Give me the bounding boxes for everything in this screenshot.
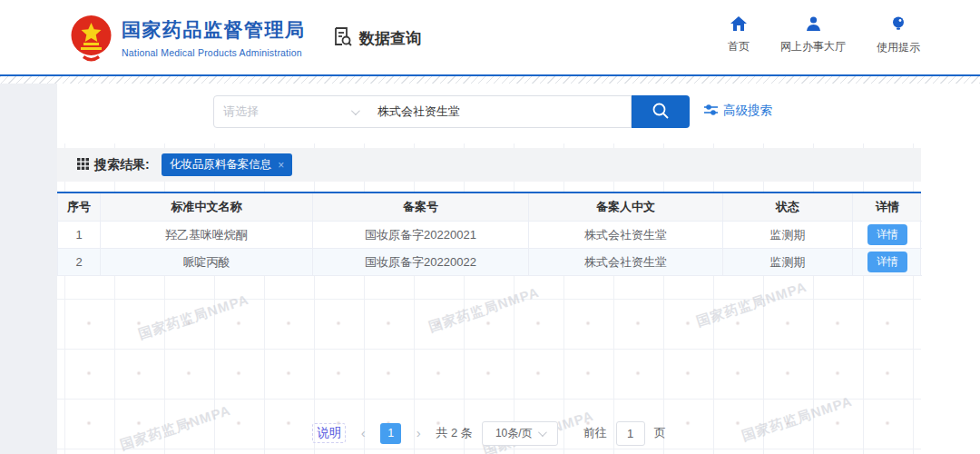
cell-name-zh: 哌啶丙酸: [101, 249, 313, 276]
nav-item-home[interactable]: 首页: [728, 16, 750, 55]
nav-item-service-hall[interactable]: 网上办事大厅: [780, 16, 846, 55]
column-header: 备案号: [313, 193, 529, 222]
advanced-search-link[interactable]: 高级搜索: [704, 103, 772, 119]
cell-registrant: 株式会社资生堂: [529, 222, 723, 249]
total-count-label: 共 2 条: [436, 425, 472, 441]
nav-item-tips[interactable]: 使用提示: [877, 16, 920, 55]
filter-chip-label: 化妆品原料备案信息: [170, 157, 272, 173]
search-button[interactable]: [632, 95, 690, 128]
next-page-arrow[interactable]: ›: [410, 423, 426, 443]
cell-index: 2: [58, 249, 101, 276]
goto-label: 前往: [583, 425, 607, 441]
home-icon: [730, 16, 747, 35]
column-header: 详情: [853, 193, 922, 222]
table-header-row: 序号 标准中文名称 备案号 备案人中文 状态 详情: [57, 193, 921, 222]
data-query-icon: [331, 25, 353, 51]
results-label: 搜索结果:: [94, 157, 150, 173]
left-gutter: [0, 84, 57, 454]
detail-button[interactable]: 详情: [867, 224, 907, 245]
filter-chip[interactable]: 化妆品原料备案信息 ×: [162, 153, 293, 176]
user-icon: [806, 16, 821, 35]
cell-record-no: 国妆原备字20220022: [313, 249, 529, 276]
pagination-bar: 说明 ‹ 1 › 共 2 条 10条/页 前往 页: [57, 420, 921, 446]
nav-item-label: 网上办事大厅: [780, 39, 846, 54]
nav-item-label: 首页: [728, 39, 750, 54]
current-page-button[interactable]: 1: [380, 423, 401, 444]
header-nav: 首页 网上办事大厅 使: [728, 16, 920, 55]
cell-status: 监测期: [723, 222, 853, 249]
table-row: 1 羟乙基咪唑烷酮 国妆原备字20220021 株式会社资生堂 监测期 详情: [57, 222, 921, 249]
advanced-search-label: 高级搜索: [723, 103, 772, 119]
prev-page-arrow[interactable]: ‹: [355, 423, 371, 443]
detail-button[interactable]: 详情: [867, 252, 907, 272]
category-select[interactable]: 请选择: [213, 95, 368, 128]
org-title-zh: 国家药品监督管理局: [122, 17, 306, 43]
goto-suffix-label: 页: [654, 425, 666, 441]
column-header: 备案人中文: [529, 193, 723, 222]
page-size-select[interactable]: 10条/页: [482, 421, 558, 446]
cell-record-no: 国妆原备字20220021: [313, 222, 529, 249]
module-title: 数据查询: [359, 28, 421, 49]
hatch-strip: [0, 76, 980, 84]
cell-name-zh: 羟乙基咪唑烷酮: [101, 222, 313, 249]
nav-item-label: 使用提示: [877, 40, 920, 55]
page-size-value: 10条/页: [495, 426, 533, 441]
cell-registrant: 株式会社资生堂: [529, 249, 723, 276]
module-title-group: 数据查询: [331, 25, 421, 51]
close-icon[interactable]: ×: [278, 159, 284, 172]
header: 国家药品监督管理局 National Medical Products Admi…: [0, 0, 980, 74]
note-link[interactable]: 说明: [312, 423, 346, 443]
filter-sliders-icon: [704, 104, 718, 119]
column-header: 标准中文名称: [101, 193, 313, 222]
results-strip: 搜索结果: 化妆品原料备案信息 ×: [57, 148, 921, 182]
org-title-en: National Medical Products Administration: [122, 47, 302, 58]
category-select-placeholder: 请选择: [223, 104, 259, 120]
column-header: 序号: [58, 193, 101, 222]
column-header: 状态: [723, 193, 853, 222]
national-emblem-logo: [66, 12, 116, 62]
page: 国家药品监督管理局 National Medical Products Admi…: [0, 0, 980, 454]
keyword-input[interactable]: [367, 95, 632, 128]
grid-icon: [77, 157, 89, 173]
table-row: 2 哌啶丙酸 国妆原备字20220022 株式会社资生堂 监测期 详情: [57, 249, 921, 276]
search-icon: [652, 102, 670, 123]
chevron-down-icon: [351, 106, 360, 115]
cell-index: 1: [58, 222, 101, 249]
bulb-icon: [892, 16, 905, 35]
cell-status: 监测期: [723, 249, 853, 276]
chevron-down-icon: [538, 428, 547, 437]
goto-page-input[interactable]: [616, 421, 645, 446]
